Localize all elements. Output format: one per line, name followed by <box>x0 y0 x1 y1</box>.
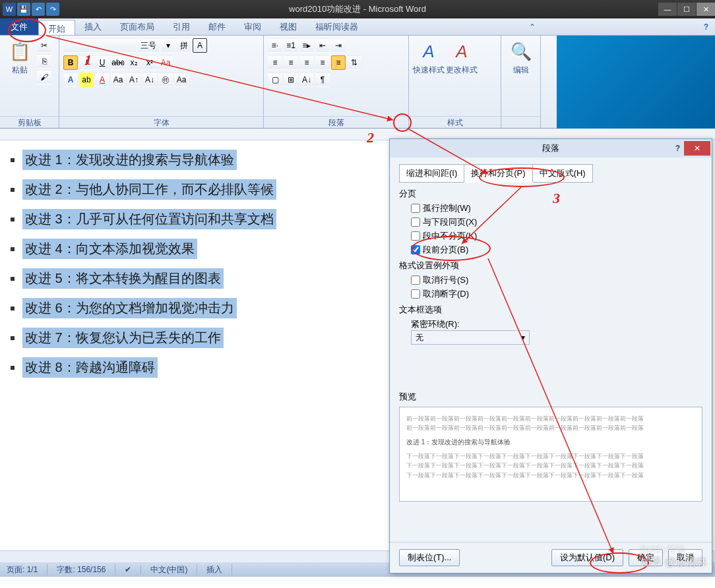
help-icon[interactable]: ? <box>697 18 715 35</box>
strike-button[interactable]: abc <box>111 55 125 70</box>
format-painter-button[interactable]: 🖌 <box>37 70 51 84</box>
dialog-close-button[interactable]: ✕ <box>684 141 710 156</box>
align-center-icon[interactable]: ≡ <box>284 55 298 70</box>
phonetic-guide-icon[interactable]: 拼 <box>177 38 191 53</box>
checkbox-widow-control[interactable]: 孤行控制(W) <box>411 202 702 214</box>
status-insert-mode[interactable]: 插入 <box>206 564 232 575</box>
line-text: 改进 3：几乎可从任何位置访问和共享文档 <box>22 209 276 229</box>
checkbox-input[interactable] <box>411 276 420 285</box>
checkbox-input[interactable] <box>411 289 420 299</box>
subscript-button[interactable]: x₂ <box>127 55 141 70</box>
status-words[interactable]: 字数: 156/156 <box>57 564 115 575</box>
tab-review[interactable]: 审阅 <box>235 18 270 35</box>
status-page[interactable]: 页面: 1/1 <box>7 564 47 575</box>
tab-file[interactable]: 文件 <box>0 18 38 35</box>
checkbox-keep-lines-together[interactable]: 段中不分页(K) <box>411 230 702 242</box>
font-size-combo[interactable]: 三号 <box>137 38 160 53</box>
change-case-icon[interactable]: Aa <box>174 73 189 87</box>
shrink-font2-icon[interactable]: A↓ <box>142 73 157 87</box>
undo-icon[interactable]: ↶ <box>32 3 45 16</box>
show-marks-icon[interactable]: ¶ <box>315 73 330 87</box>
char-shading-icon[interactable]: Aa <box>111 73 125 87</box>
bullets-icon[interactable]: ≡· <box>268 38 282 53</box>
tab-foxit[interactable]: 福昕阅读器 <box>306 18 367 35</box>
title-bar: W 💾 ↶ ↷ word2010功能改进 - Microsoft Word — … <box>0 0 715 18</box>
tab-mailings[interactable]: 邮件 <box>199 18 235 35</box>
list-item[interactable]: 改进 2：与他人协同工作，而不必排队等候 <box>11 179 383 200</box>
bold-button[interactable]: B <box>63 55 78 70</box>
dialog-help-icon[interactable]: ? <box>675 144 680 153</box>
borders-icon[interactable]: ⊞ <box>284 73 298 87</box>
tab-insert[interactable]: 插入 <box>75 18 111 35</box>
checkbox-page-break-before[interactable]: 段前分页(B) <box>411 244 702 256</box>
clear-format-button[interactable]: Aa <box>158 55 173 70</box>
distributed-icon[interactable]: ≡ <box>331 55 346 70</box>
cut-button[interactable]: ✂ <box>37 38 51 53</box>
tight-wrap-combo[interactable]: 无 ▾ <box>411 330 530 345</box>
document-page[interactable]: 改进 1：发现改进的搜索与导航体验 改进 2：与他人协同工作，而不必排队等候 改… <box>11 150 383 378</box>
list-item[interactable]: 改进 5：将文本转换为醒目的图表 <box>11 268 383 289</box>
quick-styles-button[interactable]: A 快速样式 <box>413 38 445 113</box>
checkbox-input[interactable] <box>411 245 420 254</box>
justify-icon[interactable]: ≡ <box>315 55 330 70</box>
checkbox-dont-hyphenate[interactable]: 取消断字(D) <box>411 288 702 300</box>
copy-button[interactable]: ⎘ <box>37 54 51 69</box>
highlight-icon[interactable]: ab <box>79 73 94 87</box>
shading-icon[interactable]: ▢ <box>268 73 282 87</box>
font-family-combo[interactable] <box>63 38 136 53</box>
tab-indent-spacing[interactable]: 缩进和间距(I) <box>399 164 464 183</box>
line-text: 改进 8：跨越沟通障碍 <box>22 357 158 378</box>
enclose-char-icon[interactable]: ㊕ <box>158 73 173 87</box>
char-border-icon[interactable]: A <box>193 38 207 53</box>
list-item[interactable]: 改进 1：发现改进的搜索与导航体验 <box>11 150 383 170</box>
font-color-icon[interactable]: A <box>95 73 109 87</box>
set-default-button[interactable]: 设为默认值(D) <box>551 549 623 566</box>
tabs-button[interactable]: 制表位(T)... <box>399 549 460 566</box>
status-language[interactable]: 中文(中国) <box>150 564 197 575</box>
line-spacing-icon[interactable]: ⇅ <box>347 55 361 70</box>
superscript-button[interactable]: x² <box>142 55 157 70</box>
tab-references[interactable]: 引用 <box>164 18 199 35</box>
list-item[interactable]: 改进 7：恢复您认为已丢失的工作 <box>11 328 383 348</box>
grow-font-icon[interactable]: A↑ <box>127 73 141 87</box>
dialog-titlebar[interactable]: 段落 ? ✕ <box>390 139 712 158</box>
paste-button[interactable]: 📋 粘贴 <box>4 38 36 113</box>
editing-button[interactable]: 🔍 编辑 <box>505 38 536 113</box>
list-item[interactable]: 改进 3：几乎可从任何位置访问和共享文档 <box>11 209 383 229</box>
change-styles-button[interactable]: A 更改样式 <box>446 38 478 113</box>
change-styles-label: 更改样式 <box>446 65 478 76</box>
increase-indent-icon[interactable]: ⇥ <box>331 38 346 53</box>
sort-icon[interactable]: A↓ <box>299 73 314 87</box>
tab-home[interactable]: 开始 <box>38 20 75 35</box>
line-text: 改进 1：发现改进的搜索与导航体验 <box>22 150 237 170</box>
decrease-indent-icon[interactable]: ⇤ <box>315 38 330 53</box>
ribbon-minimize-icon[interactable]: ⌃ <box>522 18 542 35</box>
redo-icon[interactable]: ↷ <box>46 3 59 16</box>
numbering-icon[interactable]: ≡1 <box>284 38 298 53</box>
checkbox-input[interactable] <box>411 204 420 213</box>
list-item[interactable]: 改进 8：跨越沟通障碍 <box>11 357 383 378</box>
multilevel-icon[interactable]: ≡▸ <box>299 38 314 53</box>
shrink-font-icon[interactable]: ▾ <box>161 38 175 53</box>
tab-line-page-breaks[interactable]: 换行和分页(P) <box>464 164 532 183</box>
status-proof-icon[interactable]: ✔ <box>125 565 141 574</box>
tab-view[interactable]: 视图 <box>270 18 306 35</box>
italic-button[interactable]: I <box>79 55 94 70</box>
maximize-button[interactable]: ☐ <box>677 3 696 16</box>
word-icon[interactable]: W <box>3 3 16 16</box>
align-right-icon[interactable]: ≡ <box>299 55 314 70</box>
text-effects-icon[interactable]: A <box>63 73 78 87</box>
tab-layout[interactable]: 页面布局 <box>111 18 164 35</box>
underline-button[interactable]: U <box>95 55 109 70</box>
checkbox-keep-with-next[interactable]: 与下段同页(X) <box>411 216 702 228</box>
list-item[interactable]: 改进 6：为您的文档增加视觉冲击力 <box>11 298 383 318</box>
minimize-button[interactable]: — <box>658 3 677 16</box>
list-item[interactable]: 改进 4：向文本添加视觉效果 <box>11 239 383 259</box>
checkbox-suppress-line-numbers[interactable]: 取消行号(S) <box>411 274 702 286</box>
checkbox-input[interactable] <box>411 218 420 227</box>
tab-asian-typography[interactable]: 中文版式(H) <box>532 164 593 183</box>
align-left-icon[interactable]: ≡ <box>268 55 282 70</box>
save-icon[interactable]: 💾 <box>17 3 30 16</box>
close-button[interactable]: ✕ <box>697 3 715 16</box>
checkbox-input[interactable] <box>411 231 420 241</box>
